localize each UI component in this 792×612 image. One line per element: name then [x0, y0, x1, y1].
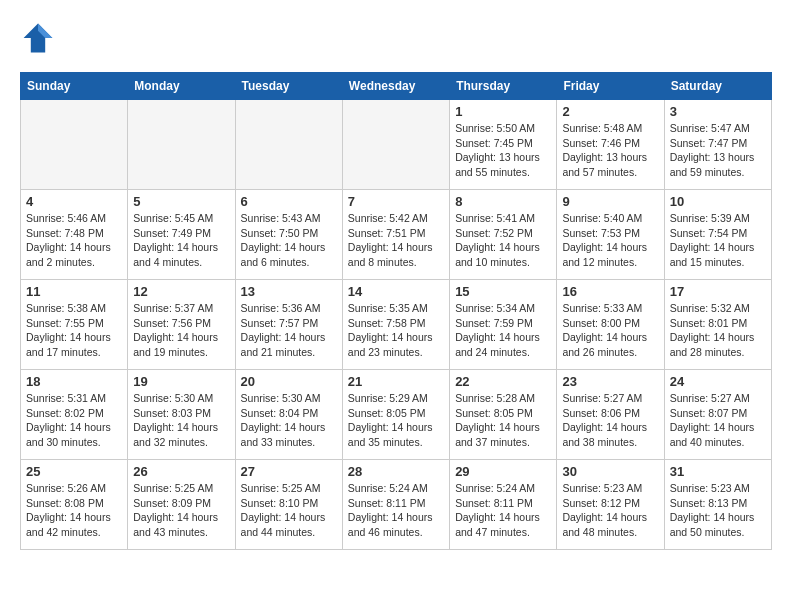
day-number-15: 15	[455, 284, 551, 299]
day-number-9: 9	[562, 194, 658, 209]
day-info-13: Sunrise: 5:36 AMSunset: 7:57 PMDaylight:…	[241, 301, 337, 360]
header-monday: Monday	[128, 73, 235, 100]
day-cell-31: 31Sunrise: 5:23 AMSunset: 8:13 PMDayligh…	[664, 460, 771, 550]
calendar-table: SundayMondayTuesdayWednesdayThursdayFrid…	[20, 72, 772, 550]
day-cell-17: 17Sunrise: 5:32 AMSunset: 8:01 PMDayligh…	[664, 280, 771, 370]
day-cell-10: 10Sunrise: 5:39 AMSunset: 7:54 PMDayligh…	[664, 190, 771, 280]
day-number-3: 3	[670, 104, 766, 119]
day-cell-30: 30Sunrise: 5:23 AMSunset: 8:12 PMDayligh…	[557, 460, 664, 550]
day-cell-7: 7Sunrise: 5:42 AMSunset: 7:51 PMDaylight…	[342, 190, 449, 280]
day-cell-23: 23Sunrise: 5:27 AMSunset: 8:06 PMDayligh…	[557, 370, 664, 460]
day-info-23: Sunrise: 5:27 AMSunset: 8:06 PMDaylight:…	[562, 391, 658, 450]
day-number-5: 5	[133, 194, 229, 209]
day-info-3: Sunrise: 5:47 AMSunset: 7:47 PMDaylight:…	[670, 121, 766, 180]
logo-icon	[20, 20, 56, 56]
header-sunday: Sunday	[21, 73, 128, 100]
day-cell-1: 1Sunrise: 5:50 AMSunset: 7:45 PMDaylight…	[450, 100, 557, 190]
day-info-6: Sunrise: 5:43 AMSunset: 7:50 PMDaylight:…	[241, 211, 337, 270]
day-number-31: 31	[670, 464, 766, 479]
day-cell-24: 24Sunrise: 5:27 AMSunset: 8:07 PMDayligh…	[664, 370, 771, 460]
day-number-18: 18	[26, 374, 122, 389]
day-number-7: 7	[348, 194, 444, 209]
day-info-9: Sunrise: 5:40 AMSunset: 7:53 PMDaylight:…	[562, 211, 658, 270]
day-info-2: Sunrise: 5:48 AMSunset: 7:46 PMDaylight:…	[562, 121, 658, 180]
day-cell-2: 2Sunrise: 5:48 AMSunset: 7:46 PMDaylight…	[557, 100, 664, 190]
day-cell-28: 28Sunrise: 5:24 AMSunset: 8:11 PMDayligh…	[342, 460, 449, 550]
day-number-11: 11	[26, 284, 122, 299]
day-info-4: Sunrise: 5:46 AMSunset: 7:48 PMDaylight:…	[26, 211, 122, 270]
day-info-5: Sunrise: 5:45 AMSunset: 7:49 PMDaylight:…	[133, 211, 229, 270]
day-info-17: Sunrise: 5:32 AMSunset: 8:01 PMDaylight:…	[670, 301, 766, 360]
day-number-4: 4	[26, 194, 122, 209]
day-cell-9: 9Sunrise: 5:40 AMSunset: 7:53 PMDaylight…	[557, 190, 664, 280]
day-cell-20: 20Sunrise: 5:30 AMSunset: 8:04 PMDayligh…	[235, 370, 342, 460]
day-info-21: Sunrise: 5:29 AMSunset: 8:05 PMDaylight:…	[348, 391, 444, 450]
header-wednesday: Wednesday	[342, 73, 449, 100]
day-info-11: Sunrise: 5:38 AMSunset: 7:55 PMDaylight:…	[26, 301, 122, 360]
day-number-17: 17	[670, 284, 766, 299]
day-info-1: Sunrise: 5:50 AMSunset: 7:45 PMDaylight:…	[455, 121, 551, 180]
day-number-23: 23	[562, 374, 658, 389]
day-cell-15: 15Sunrise: 5:34 AMSunset: 7:59 PMDayligh…	[450, 280, 557, 370]
day-number-14: 14	[348, 284, 444, 299]
day-info-31: Sunrise: 5:23 AMSunset: 8:13 PMDaylight:…	[670, 481, 766, 540]
day-info-28: Sunrise: 5:24 AMSunset: 8:11 PMDaylight:…	[348, 481, 444, 540]
day-cell-19: 19Sunrise: 5:30 AMSunset: 8:03 PMDayligh…	[128, 370, 235, 460]
day-cell-11: 11Sunrise: 5:38 AMSunset: 7:55 PMDayligh…	[21, 280, 128, 370]
day-number-8: 8	[455, 194, 551, 209]
day-cell-empty	[235, 100, 342, 190]
day-number-13: 13	[241, 284, 337, 299]
day-info-14: Sunrise: 5:35 AMSunset: 7:58 PMDaylight:…	[348, 301, 444, 360]
day-number-28: 28	[348, 464, 444, 479]
day-info-18: Sunrise: 5:31 AMSunset: 8:02 PMDaylight:…	[26, 391, 122, 450]
week-row-4: 18Sunrise: 5:31 AMSunset: 8:02 PMDayligh…	[21, 370, 772, 460]
day-info-10: Sunrise: 5:39 AMSunset: 7:54 PMDaylight:…	[670, 211, 766, 270]
day-info-7: Sunrise: 5:42 AMSunset: 7:51 PMDaylight:…	[348, 211, 444, 270]
day-number-24: 24	[670, 374, 766, 389]
day-cell-18: 18Sunrise: 5:31 AMSunset: 8:02 PMDayligh…	[21, 370, 128, 460]
day-number-25: 25	[26, 464, 122, 479]
day-number-19: 19	[133, 374, 229, 389]
day-info-24: Sunrise: 5:27 AMSunset: 8:07 PMDaylight:…	[670, 391, 766, 450]
day-info-25: Sunrise: 5:26 AMSunset: 8:08 PMDaylight:…	[26, 481, 122, 540]
day-info-27: Sunrise: 5:25 AMSunset: 8:10 PMDaylight:…	[241, 481, 337, 540]
day-number-29: 29	[455, 464, 551, 479]
day-number-21: 21	[348, 374, 444, 389]
day-number-16: 16	[562, 284, 658, 299]
day-cell-26: 26Sunrise: 5:25 AMSunset: 8:09 PMDayligh…	[128, 460, 235, 550]
header-tuesday: Tuesday	[235, 73, 342, 100]
day-cell-13: 13Sunrise: 5:36 AMSunset: 7:57 PMDayligh…	[235, 280, 342, 370]
week-row-2: 4Sunrise: 5:46 AMSunset: 7:48 PMDaylight…	[21, 190, 772, 280]
day-cell-5: 5Sunrise: 5:45 AMSunset: 7:49 PMDaylight…	[128, 190, 235, 280]
week-row-1: 1Sunrise: 5:50 AMSunset: 7:45 PMDaylight…	[21, 100, 772, 190]
day-info-12: Sunrise: 5:37 AMSunset: 7:56 PMDaylight:…	[133, 301, 229, 360]
calendar-header-row: SundayMondayTuesdayWednesdayThursdayFrid…	[21, 73, 772, 100]
day-cell-29: 29Sunrise: 5:24 AMSunset: 8:11 PMDayligh…	[450, 460, 557, 550]
day-cell-6: 6Sunrise: 5:43 AMSunset: 7:50 PMDaylight…	[235, 190, 342, 280]
day-number-12: 12	[133, 284, 229, 299]
day-cell-3: 3Sunrise: 5:47 AMSunset: 7:47 PMDaylight…	[664, 100, 771, 190]
week-row-5: 25Sunrise: 5:26 AMSunset: 8:08 PMDayligh…	[21, 460, 772, 550]
day-cell-21: 21Sunrise: 5:29 AMSunset: 8:05 PMDayligh…	[342, 370, 449, 460]
day-cell-22: 22Sunrise: 5:28 AMSunset: 8:05 PMDayligh…	[450, 370, 557, 460]
day-info-20: Sunrise: 5:30 AMSunset: 8:04 PMDaylight:…	[241, 391, 337, 450]
day-number-6: 6	[241, 194, 337, 209]
day-number-10: 10	[670, 194, 766, 209]
header-friday: Friday	[557, 73, 664, 100]
day-info-29: Sunrise: 5:24 AMSunset: 8:11 PMDaylight:…	[455, 481, 551, 540]
page-header	[20, 20, 772, 56]
day-info-8: Sunrise: 5:41 AMSunset: 7:52 PMDaylight:…	[455, 211, 551, 270]
day-number-1: 1	[455, 104, 551, 119]
day-cell-empty	[342, 100, 449, 190]
header-thursday: Thursday	[450, 73, 557, 100]
day-cell-empty	[21, 100, 128, 190]
day-info-22: Sunrise: 5:28 AMSunset: 8:05 PMDaylight:…	[455, 391, 551, 450]
day-info-30: Sunrise: 5:23 AMSunset: 8:12 PMDaylight:…	[562, 481, 658, 540]
day-number-26: 26	[133, 464, 229, 479]
day-cell-14: 14Sunrise: 5:35 AMSunset: 7:58 PMDayligh…	[342, 280, 449, 370]
day-cell-empty	[128, 100, 235, 190]
day-cell-4: 4Sunrise: 5:46 AMSunset: 7:48 PMDaylight…	[21, 190, 128, 280]
header-saturday: Saturday	[664, 73, 771, 100]
day-info-19: Sunrise: 5:30 AMSunset: 8:03 PMDaylight:…	[133, 391, 229, 450]
day-number-27: 27	[241, 464, 337, 479]
